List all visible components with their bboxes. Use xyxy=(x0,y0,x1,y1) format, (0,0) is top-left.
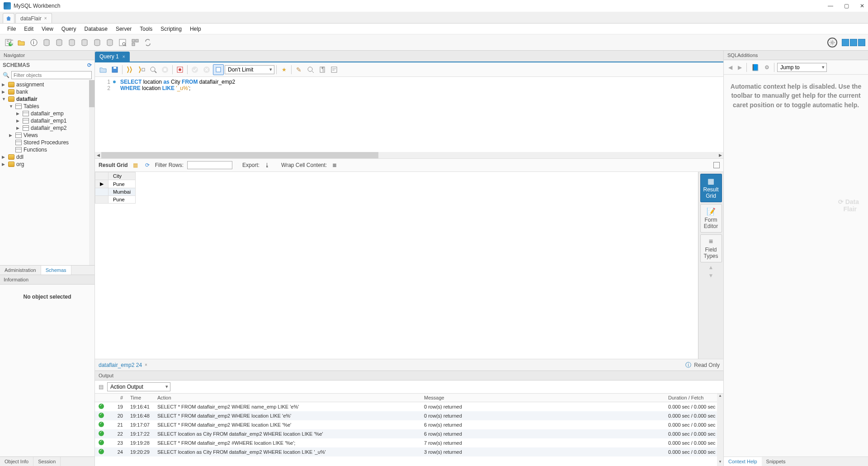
close-result-tab-icon[interactable]: × xyxy=(145,362,147,367)
explain-icon[interactable] xyxy=(148,64,159,75)
connection-tab[interactable]: dataFlair × xyxy=(15,13,52,23)
search-table-icon[interactable] xyxy=(117,37,128,48)
pin-icon[interactable] xyxy=(713,162,720,168)
toggle-right-panel[interactable] xyxy=(858,39,865,46)
dashboard-icon[interactable] xyxy=(129,37,141,48)
execute-icon[interactable] xyxy=(124,64,135,75)
db-icon-2[interactable] xyxy=(53,37,65,48)
result-tab-label[interactable]: dataflair_emp2 24 xyxy=(99,362,142,368)
beautify-icon[interactable]: ★ xyxy=(278,64,289,75)
commit-icon[interactable] xyxy=(189,64,200,75)
limit-selector[interactable]: Don't Limit xyxy=(225,65,274,74)
refresh-schemas-icon[interactable]: ⟳ xyxy=(87,62,92,68)
db-icon-4[interactable] xyxy=(79,37,90,48)
toggle-left-panel[interactable] xyxy=(842,39,849,46)
tab-snippets[interactable]: Snippets xyxy=(762,457,790,466)
stop-icon[interactable] xyxy=(160,64,170,75)
filter-rows-input[interactable] xyxy=(187,161,232,169)
settings-gear-icon[interactable] xyxy=(827,38,837,48)
tree-node-views[interactable]: ▶Views xyxy=(0,132,94,139)
db-icon-3[interactable] xyxy=(66,37,78,48)
tree-node-assignment[interactable]: ▶assignment xyxy=(0,81,94,88)
close-tab-icon[interactable]: × xyxy=(44,16,47,21)
help-icon[interactable]: 📘 xyxy=(750,64,761,71)
reconnect-icon[interactable] xyxy=(142,37,154,48)
tree-node-sp[interactable]: Stored Procedures xyxy=(0,139,94,146)
menu-edit[interactable]: Edit xyxy=(20,25,37,33)
grid-view-icon[interactable]: ▦ xyxy=(132,161,140,169)
side-tab-result-grid[interactable]: ▦Result Grid xyxy=(700,174,722,202)
tree-node-table-emp[interactable]: ▶dataflair_emp xyxy=(0,110,94,117)
db-icon-6[interactable] xyxy=(104,37,116,48)
find-icon[interactable]: ✎ xyxy=(293,64,304,75)
output-table[interactable]: # Time Action Message Duration / Fetch 1… xyxy=(95,394,723,466)
output-type-selector[interactable]: Action Output xyxy=(107,382,170,391)
menu-server[interactable]: Server xyxy=(112,25,135,33)
col-action[interactable]: Action xyxy=(154,394,420,402)
col-num[interactable]: # xyxy=(108,394,127,402)
menu-query[interactable]: Query xyxy=(58,25,80,33)
rollback-icon[interactable] xyxy=(201,64,212,75)
auto-help-icon[interactable]: ⚙ xyxy=(763,64,771,71)
menu-scripting[interactable]: Scripting xyxy=(157,25,185,33)
tab-administration[interactable]: Administration xyxy=(0,266,41,275)
wrap-icon[interactable] xyxy=(329,64,340,75)
col-city[interactable]: City xyxy=(108,172,136,180)
toggle-autocommit-icon[interactable] xyxy=(175,64,185,75)
db-icon-1[interactable] xyxy=(41,37,52,48)
nav-back-icon[interactable]: ◀ xyxy=(726,64,734,71)
inspector-icon[interactable]: i xyxy=(28,37,40,48)
query-tab-1[interactable]: Query 1 × xyxy=(95,52,130,62)
side-tab-up-icon[interactable]: ▲ xyxy=(708,264,714,271)
side-tab-field-types[interactable]: ≡Field Types xyxy=(700,234,722,262)
col-message[interactable]: Message xyxy=(420,394,665,402)
execute-current-icon[interactable] xyxy=(136,64,147,75)
close-icon[interactable]: ✕ xyxy=(860,3,864,9)
tree-node-dataflair[interactable]: ▼dataflair xyxy=(0,95,94,103)
toggle-bottom-panel[interactable] xyxy=(850,39,857,46)
new-sql-tab-icon[interactable]: SQL+ xyxy=(3,37,14,48)
menu-tools[interactable]: Tools xyxy=(136,25,156,33)
tab-object-info[interactable]: Object Info xyxy=(0,457,33,466)
result-grid[interactable]: City ▶Pune Mumbai Pune xyxy=(95,172,698,359)
toggle-invisible-icon[interactable]: ¶ xyxy=(317,64,328,75)
sql-editor[interactable]: 1 SELECT location as City FROM dataflair… xyxy=(95,77,723,158)
side-tab-form-editor[interactable]: 📝Form Editor xyxy=(700,204,722,233)
tree-node-bank[interactable]: ▶bank xyxy=(0,88,94,95)
tree-node-fn[interactable]: Functions xyxy=(0,146,94,153)
menu-help[interactable]: Help xyxy=(186,25,205,33)
db-icon-5[interactable] xyxy=(91,37,103,48)
close-query-tab-icon[interactable]: × xyxy=(123,54,125,59)
tab-context-help[interactable]: Context Help xyxy=(724,457,762,466)
tree-node-table-emp1[interactable]: ▶dataflair_emp1 xyxy=(0,117,94,124)
nav-fwd-icon[interactable]: ▶ xyxy=(736,64,744,71)
schema-filter-input[interactable] xyxy=(11,71,92,79)
col-time[interactable]: Time xyxy=(127,394,154,402)
col-duration[interactable]: Duration / Fetch xyxy=(665,394,723,402)
tree-scrollbar[interactable] xyxy=(89,80,94,265)
tree-node-org[interactable]: ▶org xyxy=(0,161,94,168)
refresh-grid-icon[interactable]: ⟳ xyxy=(143,161,151,169)
minimize-icon[interactable]: — xyxy=(828,3,833,9)
tree-node-ddl[interactable]: ▶ddl xyxy=(0,153,94,161)
menu-database[interactable]: Database xyxy=(81,25,111,33)
tree-node-tables[interactable]: ▼Tables xyxy=(0,103,94,110)
tree-node-table-emp2[interactable]: ▶dataflair_emp2 xyxy=(0,124,94,132)
side-tab-down-icon[interactable]: ▼ xyxy=(708,272,714,279)
menu-file[interactable]: File xyxy=(4,25,19,33)
editor-h-scrollbar[interactable]: ◀▶ xyxy=(95,152,723,158)
home-button[interactable] xyxy=(3,13,14,23)
output-v-scrollbar[interactable]: ▲▼ xyxy=(717,394,723,466)
export-icon[interactable]: ⭳ xyxy=(263,161,271,169)
tab-session[interactable]: Session xyxy=(33,457,61,466)
toggle-whitespace-icon[interactable] xyxy=(213,64,224,75)
save-file-icon[interactable] xyxy=(109,64,120,75)
schema-tree[interactable]: ▶assignment ▶bank ▼dataflair ▼Tables ▶da… xyxy=(0,80,94,265)
zoom-icon[interactable] xyxy=(305,64,316,75)
open-file-icon[interactable] xyxy=(98,64,108,75)
output-list-icon[interactable]: ▤ xyxy=(99,384,104,390)
jump-to-selector[interactable]: Jump to xyxy=(777,63,827,72)
menu-view[interactable]: View xyxy=(38,25,57,33)
tab-schemas[interactable]: Schemas xyxy=(41,266,71,275)
open-sql-file-icon[interactable] xyxy=(15,37,27,48)
